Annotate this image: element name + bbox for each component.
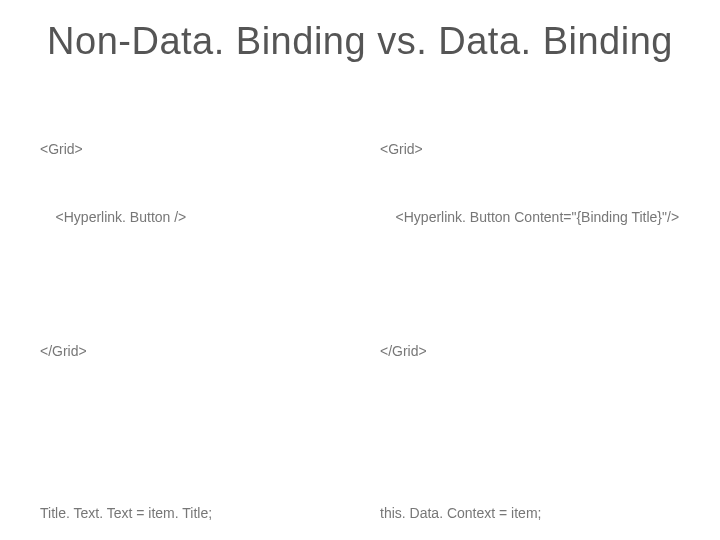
code-line: <Grid> bbox=[380, 138, 680, 160]
code-line: <Grid> bbox=[40, 138, 340, 160]
code-line: </Grid> bbox=[40, 340, 340, 362]
left-xaml-block: <Grid> <Hyperlink. Button /> </Grid> bbox=[40, 94, 340, 407]
right-xaml-block: <Grid> <Hyperlink. Button Content="{Bind… bbox=[380, 94, 680, 407]
code-line: <Hyperlink. Button Content="{Binding Tit… bbox=[380, 206, 680, 228]
code-line: <Hyperlink. Button /> bbox=[40, 206, 340, 228]
columns: <Grid> <Hyperlink. Button /> </Grid> Tit… bbox=[40, 94, 680, 540]
slide: Non-Data. Binding vs. Data. Binding <Gri… bbox=[0, 0, 720, 540]
code-line: </Grid> bbox=[380, 340, 680, 362]
left-column: <Grid> <Hyperlink. Button /> </Grid> Tit… bbox=[40, 94, 340, 540]
code-line: this. Data. Context = item; bbox=[380, 502, 680, 524]
left-code-block: Title. Text. Text = item. Title; Sub. Ti… bbox=[40, 457, 340, 540]
right-column: <Grid> <Hyperlink. Button Content="{Bind… bbox=[380, 94, 680, 540]
code-line: Title. Text. Text = item. Title; bbox=[40, 502, 340, 524]
right-code-block: this. Data. Context = item; bbox=[380, 457, 680, 540]
slide-title: Non-Data. Binding vs. Data. Binding bbox=[40, 20, 680, 64]
